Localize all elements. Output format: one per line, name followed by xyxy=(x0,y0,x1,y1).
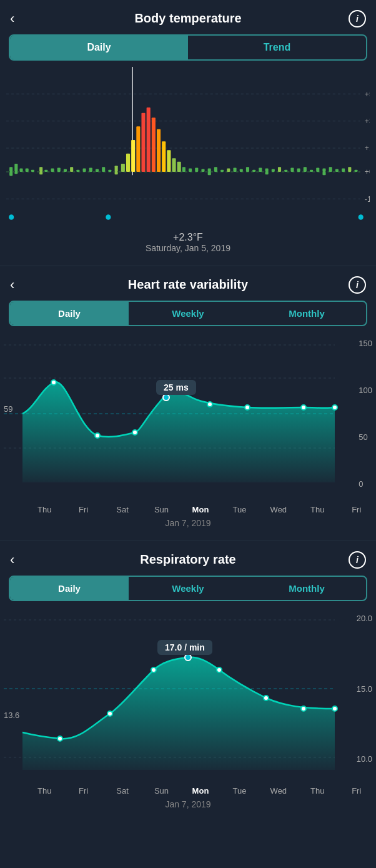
svg-rect-74 xyxy=(265,172,269,174)
svg-rect-22 xyxy=(76,170,79,172)
resp-y-20: 20.0 xyxy=(357,614,372,623)
hrv-day-thu: Thu xyxy=(25,505,64,514)
svg-rect-14 xyxy=(26,169,29,172)
resp-title: Respiratory rate xyxy=(140,552,235,567)
svg-rect-42 xyxy=(9,172,12,176)
resp-info-button[interactable]: i xyxy=(349,551,366,569)
svg-rect-55 xyxy=(246,167,249,172)
hrv-back-button[interactable]: ‹ xyxy=(10,277,14,293)
resp-y-axis: 20.0 15.0 10.0 xyxy=(357,614,372,764)
svg-rect-23 xyxy=(83,169,86,172)
svg-rect-21 xyxy=(70,167,73,172)
svg-rect-43 xyxy=(14,172,17,174)
hrv-day-fri: Fri xyxy=(64,505,102,514)
body-temp-chart: +5.4 +3.6 +1.8 +0.0 -1.8 xyxy=(6,67,370,229)
svg-point-89 xyxy=(301,405,306,410)
hrv-chart-wrapper: 59 150 100 50 0 xyxy=(0,332,376,534)
svg-rect-67 xyxy=(322,169,325,172)
svg-rect-34 xyxy=(147,107,151,172)
temp-annotation: +2.3°F Saturday, Jan 5, 2019 xyxy=(0,229,376,259)
svg-rect-51 xyxy=(220,170,224,172)
svg-rect-20 xyxy=(64,169,67,172)
body-temp-tab-bar: Daily Trend xyxy=(9,34,367,61)
svg-rect-69 xyxy=(335,169,339,172)
svg-rect-35 xyxy=(152,117,156,172)
svg-rect-44 xyxy=(39,172,42,174)
back-button[interactable]: ‹ xyxy=(10,11,14,27)
hrv-day-wed: Wed xyxy=(259,505,298,514)
svg-rect-49 xyxy=(208,169,211,172)
svg-rect-45 xyxy=(115,172,118,174)
tab-monthly-hrv[interactable]: Monthly xyxy=(247,302,366,325)
resp-day-thu: Thu xyxy=(25,786,64,796)
hrv-day-thu2: Thu xyxy=(298,505,337,514)
svg-point-101 xyxy=(332,706,337,711)
svg-rect-32 xyxy=(136,126,140,172)
svg-rect-62 xyxy=(290,167,294,172)
svg-rect-36 xyxy=(157,129,161,172)
svg-rect-54 xyxy=(240,169,243,172)
svg-point-76 xyxy=(9,214,14,220)
svg-point-83 xyxy=(51,380,56,385)
resp-day-fri: Fri xyxy=(64,786,102,796)
svg-rect-58 xyxy=(265,169,269,172)
hrv-info-button[interactable]: i xyxy=(349,276,366,294)
resp-x-axis: Thu Fri Sat Sun Mon Tue Wed Thu Fri xyxy=(25,782,376,797)
svg-point-78 xyxy=(359,214,364,220)
resp-day-mon: Mon xyxy=(181,786,220,796)
svg-rect-15 xyxy=(31,170,34,172)
svg-rect-17 xyxy=(44,170,47,172)
svg-rect-61 xyxy=(284,170,287,172)
hrv-y-150: 150 xyxy=(359,339,372,348)
svg-point-96 xyxy=(151,667,156,672)
hrv-section: ‹ Heart rate variability i Daily Weekly … xyxy=(0,266,376,541)
svg-point-94 xyxy=(57,736,62,741)
svg-rect-40 xyxy=(177,162,181,172)
temp-value: +2.3°F xyxy=(0,232,376,243)
resp-back-button[interactable]: ‹ xyxy=(10,552,14,568)
hrv-day-tue: Tue xyxy=(220,505,259,514)
svg-rect-41 xyxy=(182,167,186,172)
svg-rect-57 xyxy=(259,167,262,172)
svg-point-97 xyxy=(185,654,191,661)
svg-rect-38 xyxy=(167,150,171,172)
tab-weekly-hrv[interactable]: Weekly xyxy=(129,302,247,325)
svg-text:+1.8: +1.8 xyxy=(365,144,370,152)
resp-chart-svg xyxy=(4,607,360,782)
svg-rect-47 xyxy=(195,167,198,172)
hrv-header: ‹ Heart rate variability i xyxy=(0,266,376,301)
svg-rect-39 xyxy=(172,158,176,172)
svg-rect-11 xyxy=(9,167,12,172)
svg-rect-64 xyxy=(304,167,307,172)
tab-monthly-resp[interactable]: Monthly xyxy=(247,577,366,600)
tab-trend-temp[interactable]: Trend xyxy=(188,36,366,59)
tab-daily-resp[interactable]: Daily xyxy=(10,577,129,600)
hrv-chart-svg xyxy=(4,332,360,501)
svg-rect-12 xyxy=(14,164,17,172)
resp-day-wed: Wed xyxy=(259,786,298,796)
svg-rect-18 xyxy=(51,169,54,172)
svg-text:+0.0: +0.0 xyxy=(365,167,370,176)
svg-point-88 xyxy=(245,405,250,410)
svg-point-90 xyxy=(332,405,337,410)
svg-point-99 xyxy=(264,696,269,701)
respiratory-section: ‹ Respiratory rate i Daily Weekly Monthl… xyxy=(0,541,376,822)
hrv-tooltip: 25 ms xyxy=(156,380,196,395)
svg-rect-75 xyxy=(322,172,325,175)
tab-daily-temp[interactable]: Daily xyxy=(10,36,188,59)
tab-daily-hrv[interactable]: Daily xyxy=(10,302,129,325)
temp-date: Saturday, Jan 5, 2019 xyxy=(0,243,376,253)
info-button[interactable]: i xyxy=(349,10,366,27)
svg-rect-19 xyxy=(57,167,61,172)
svg-rect-52 xyxy=(227,169,230,172)
svg-rect-63 xyxy=(297,169,300,172)
tab-weekly-resp[interactable]: Weekly xyxy=(129,577,247,600)
svg-rect-71 xyxy=(348,167,351,172)
svg-rect-25 xyxy=(96,169,99,172)
svg-rect-28 xyxy=(115,166,118,172)
svg-rect-68 xyxy=(329,167,332,172)
svg-rect-66 xyxy=(316,167,319,172)
svg-rect-27 xyxy=(108,170,111,172)
svg-rect-53 xyxy=(233,167,236,172)
hrv-chart-area: 59 150 100 50 0 xyxy=(0,332,376,501)
